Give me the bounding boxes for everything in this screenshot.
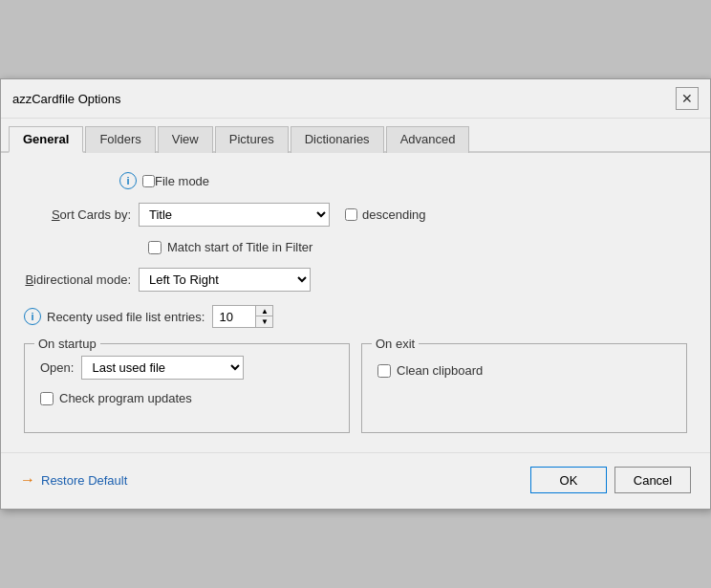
- tab-general[interactable]: General: [9, 126, 83, 153]
- tab-view[interactable]: View: [158, 126, 213, 153]
- on-startup-group: On startup Open: Last used file New file…: [24, 343, 350, 433]
- dialog-buttons: OK Cancel: [530, 467, 691, 493]
- file-mode-label: File mode: [155, 174, 209, 188]
- spinner-buttons: ▲ ▼: [255, 306, 272, 327]
- recently-info-icon[interactable]: i: [24, 308, 41, 325]
- recently-label: Recenty used file list entries:: [47, 310, 212, 324]
- on-exit-label: On exit: [372, 337, 419, 351]
- sort-cards-label: Sort Cards by:: [24, 207, 139, 222]
- sort-cards-select[interactable]: Title Date Created Date Modified File Na…: [139, 203, 330, 227]
- restore-arrow-icon: →: [20, 471, 35, 489]
- clean-clipboard-checkbox[interactable]: [377, 364, 391, 378]
- match-start-row: Match start of Title in Filter: [24, 240, 687, 254]
- match-start-checkbox[interactable]: [148, 241, 162, 254]
- spinner-up-button[interactable]: ▲: [255, 306, 272, 316]
- cancel-button[interactable]: Cancel: [614, 467, 691, 493]
- ok-button[interactable]: OK: [530, 467, 607, 493]
- close-button[interactable]: ✕: [676, 87, 699, 110]
- descending-checkbox[interactable]: [345, 208, 357, 221]
- restore-default-label: Restore Default: [41, 473, 127, 488]
- title-bar: azzCardfile Options ✕: [1, 79, 710, 119]
- bottom-bar: → Restore Default OK Cancel: [1, 452, 710, 509]
- main-window: azzCardfile Options ✕ General Folders Vi…: [0, 78, 711, 510]
- recently-input[interactable]: [213, 307, 255, 327]
- tab-bar: General Folders View Pictures Dictionari…: [1, 119, 710, 153]
- section-groups: On startup Open: Last used file New file…: [24, 343, 687, 433]
- check-updates-row: Check program updates: [40, 391, 334, 405]
- check-updates-checkbox[interactable]: [40, 392, 54, 405]
- content-area: i File mode Sort Cards by: Title Date Cr…: [1, 153, 710, 452]
- bidir-select[interactable]: Left To Right Right To Left Auto: [139, 268, 311, 292]
- clean-clipboard-row: Clean clipboard: [377, 363, 671, 378]
- descending-label: descending: [362, 207, 426, 222]
- tab-folders[interactable]: Folders: [85, 126, 155, 153]
- check-updates-label: Check program updates: [59, 391, 192, 405]
- tab-pictures[interactable]: Pictures: [215, 126, 289, 153]
- on-startup-label: On startup: [34, 337, 100, 351]
- open-select[interactable]: Last used file New file Open dialog: [81, 356, 244, 380]
- recently-row: i Recenty used file list entries: ▲ ▼: [24, 305, 687, 328]
- open-row: Open: Last used file New file Open dialo…: [40, 356, 334, 380]
- file-mode-checkbox[interactable]: [142, 175, 155, 187]
- sort-cards-row: Sort Cards by: Title Date Created Date M…: [24, 203, 687, 227]
- file-mode-row: i File mode: [24, 172, 687, 189]
- match-start-label: Match start of Title in Filter: [167, 240, 312, 254]
- spinner-down-button[interactable]: ▼: [255, 316, 272, 327]
- open-label: Open:: [40, 360, 81, 375]
- tab-dictionaries[interactable]: Dictionaries: [291, 126, 384, 153]
- window-title: azzCardfile Options: [12, 92, 120, 106]
- restore-default-link[interactable]: → Restore Default: [20, 471, 127, 489]
- tab-advanced[interactable]: Advanced: [386, 126, 470, 153]
- recently-spinner: ▲ ▼: [212, 305, 273, 328]
- on-exit-group: On exit Clean clipboard: [361, 343, 687, 433]
- file-mode-info-icon[interactable]: i: [119, 172, 137, 189]
- bidir-label: Bidirectional mode:: [24, 272, 139, 287]
- bidir-row: Bidirectional mode: Left To Right Right …: [24, 268, 687, 292]
- clean-clipboard-label: Clean clipboard: [397, 363, 483, 378]
